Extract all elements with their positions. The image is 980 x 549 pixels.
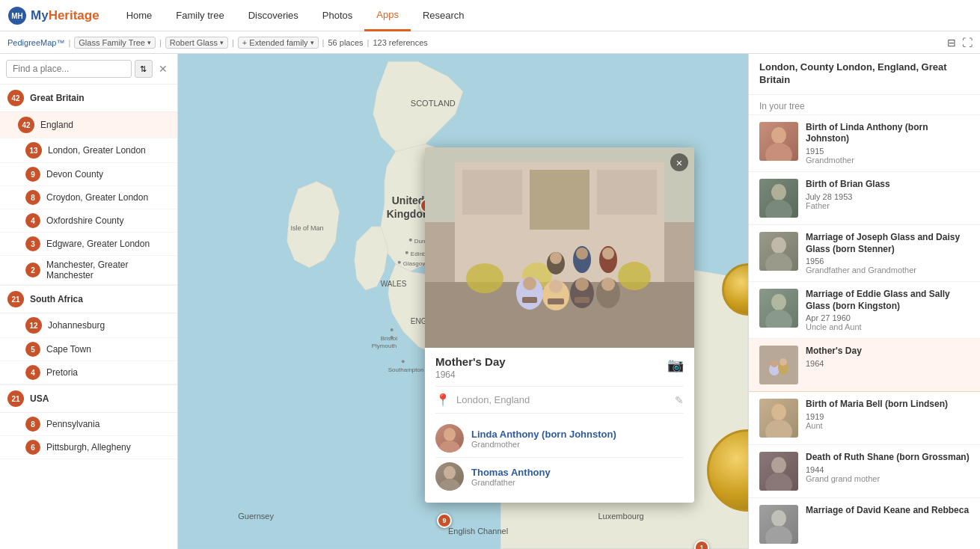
- badge-pretoria: 4: [25, 365, 40, 380]
- region-label-edgware: Edgware, Greater London: [46, 239, 150, 249]
- breadcrumb-sep1: |: [68, 38, 70, 47]
- svg-point-93: [765, 420, 792, 438]
- svg-point-76: [439, 441, 460, 453]
- region-group-usa[interactable]: 21 USA: [0, 384, 177, 413]
- region-group-great-britain[interactable]: 42 Great Britain: [0, 85, 177, 112]
- popup-location-text: London, England: [456, 394, 669, 405]
- nav-photos[interactable]: Photos: [310, 0, 364, 31]
- sidebar-search-bar: ⇅ ✕: [0, 54, 177, 85]
- event-thumb-joseph: [759, 232, 798, 271]
- right-panel: London, County London, England, Great Br…: [748, 54, 980, 549]
- main-area: ⇅ ✕ 42 Great Britain 42 England 13 Londo…: [0, 54, 980, 549]
- svg-text:Isle of Man: Isle of Man: [290, 224, 323, 232]
- nav-family-tree[interactable]: Family tree: [164, 0, 236, 31]
- svg-point-94: [771, 457, 786, 473]
- svg-point-44: [391, 336, 393, 339]
- region-label-england: England: [40, 120, 73, 130]
- sidebar-item-cape-town[interactable]: 5 Cape Town: [0, 338, 177, 361]
- breadcrumb-extended[interactable]: + Extended family ▾: [238, 37, 319, 49]
- event-date-maria: 1919: [806, 412, 970, 421]
- nav-home[interactable]: Home: [114, 0, 165, 31]
- nav-discoveries[interactable]: Discoveries: [236, 0, 310, 31]
- person-row-thomas[interactable]: Thomas Anthony Grandfather: [435, 457, 684, 495]
- event-item-brian-birth[interactable]: Birth of Brian Glass July 28 1953 Father: [749, 172, 980, 225]
- sidebar-item-pittsburgh[interactable]: 6 Pittsburgh, Allegheny: [0, 436, 177, 459]
- edit-location-icon[interactable]: ✎: [675, 394, 684, 406]
- sidebar-item-manchester[interactable]: 2 Manchester, Greater Manchester: [0, 256, 177, 285]
- event-title-brian: Birth of Brian Glass: [806, 179, 970, 191]
- breadcrumb-glass-tree[interactable]: Glass Family Tree ▾: [74, 37, 156, 49]
- logo[interactable]: MH MyHeritage: [7, 6, 99, 25]
- region-label-oxford: Oxfordshire County: [46, 215, 123, 226]
- popup-close-button[interactable]: ×: [670, 153, 688, 171]
- svg-text:Southampton: Southampton: [388, 366, 424, 373]
- sidebar-item-devon[interactable]: 9 Devon County: [0, 163, 177, 186]
- sidebar-item-pretoria[interactable]: 4 Pretoria: [0, 361, 177, 384]
- svg-point-86: [765, 310, 792, 328]
- svg-text:Bristol: Bristol: [381, 335, 397, 342]
- swap-view-button[interactable]: ⇅: [135, 60, 153, 78]
- badge-johannesburg: 12: [25, 317, 42, 334]
- event-item-linda-birth[interactable]: Birth of Linda Anthony (born Johnston) 1…: [749, 115, 980, 172]
- svg-point-63: [602, 248, 614, 260]
- event-item-david-marriage[interactable]: Marriage of David Keane and Rebbeca: [749, 498, 980, 549]
- event-item-eddie-marriage[interactable]: Marriage of Eddie Glass and Sally Glass …: [749, 282, 980, 339]
- breadcrumb-bar: PedigreeMap™ | Glass Family Tree ▾ | Rob…: [0, 31, 980, 54]
- badge-devon: 9: [25, 167, 40, 182]
- region-label-south-africa: South Africa: [30, 294, 83, 304]
- region-group-south-africa[interactable]: 21 South Africa: [0, 285, 177, 313]
- clear-search-button[interactable]: ✕: [156, 61, 172, 77]
- sidebar-item-england[interactable]: 42 England: [0, 112, 177, 138]
- event-info-linda: Birth of Linda Anthony (born Johnston) 1…: [806, 122, 970, 165]
- event-item-maria-birth[interactable]: Birth of Maria Bell (born Lindsen) 1919 …: [749, 392, 980, 445]
- breadcrumb-robert[interactable]: Robert Glass ▾: [165, 37, 228, 49]
- event-thumb-mothers: [759, 346, 798, 384]
- nav-research[interactable]: Research: [411, 0, 477, 31]
- nav-apps[interactable]: Apps: [364, 0, 411, 31]
- expand-icon[interactable]: ⛶: [962, 37, 973, 49]
- logo-text: MyHeritage: [31, 8, 99, 23]
- region-label-devon: Devon County: [46, 169, 103, 180]
- sidebar-item-croydon[interactable]: 8 Croydon, Greater London: [0, 186, 177, 209]
- svg-point-40: [391, 328, 393, 331]
- avatar-linda: [435, 424, 464, 453]
- event-item-ruth-death[interactable]: Death of Ruth Shane (born Grossman) 1944…: [749, 445, 980, 498]
- coin-decoration-mid: [722, 263, 748, 316]
- sidebar-item-oxford[interactable]: 4 Oxfordshire County: [0, 209, 177, 233]
- event-title-mothers: Mother's Day: [806, 346, 970, 358]
- sidebar-item-london[interactable]: 13 London, Greater London: [0, 138, 177, 163]
- person-name-thomas: Thomas Anthony: [471, 467, 551, 478]
- badge-pennsylvania: 8: [25, 417, 40, 432]
- breadcrumb-sep5: |: [367, 38, 370, 47]
- event-thumb-ruth: [759, 452, 798, 491]
- event-role-ruth: Grand grand mother: [806, 474, 970, 483]
- svg-point-18: [405, 251, 408, 254]
- breadcrumb-pedigreemap[interactable]: PedigreeMap™: [7, 38, 64, 47]
- map-marker-9b[interactable]: 9: [437, 513, 452, 528]
- search-input[interactable]: [6, 60, 132, 78]
- event-info-david: Marriage of David Keane and Rebbeca: [806, 505, 970, 518]
- svg-text:SCOTLAND: SCOTLAND: [411, 99, 456, 108]
- svg-point-84: [765, 253, 792, 271]
- event-item-joseph-marriage[interactable]: Marriage of Joseph Glass and Daisy Glass…: [749, 225, 980, 282]
- map-container[interactable]: SCOTLAND United Kingdom WALES ENGLAND Is…: [178, 54, 748, 549]
- camera-icon[interactable]: 📷: [667, 357, 684, 373]
- person-info-thomas: Thomas Anthony Grandfather: [471, 467, 551, 487]
- event-thumb-brian: [759, 179, 798, 218]
- svg-point-91: [780, 358, 787, 366]
- filter-icon[interactable]: ⊟: [947, 37, 956, 49]
- person-role-linda: Grandmother: [471, 440, 616, 449]
- sidebar-item-johannesburg[interactable]: 12 Johannesburg: [0, 313, 177, 338]
- person-row-linda[interactable]: Linda Anthony (born Johnston) Grandmothe…: [435, 420, 684, 457]
- event-info-maria: Birth of Maria Bell (born Lindsen) 1919 …: [806, 399, 970, 430]
- region-label-usa: USA: [30, 393, 49, 404]
- event-title-eddie: Marriage of Eddie Glass and Sally Glass …: [806, 289, 970, 312]
- event-item-mothers-day[interactable]: Mother's Day 1964: [749, 339, 980, 392]
- sidebar-item-edgware[interactable]: 3 Edgware, Greater London: [0, 233, 177, 256]
- popup-title: Mother's Day: [435, 355, 506, 368]
- sidebar-item-pennsylvania[interactable]: 8 Pennsylvania: [0, 413, 177, 436]
- event-title-maria: Birth of Maria Bell (born Lindsen): [806, 399, 970, 411]
- badge-oxford: 4: [25, 213, 40, 228]
- breadcrumb-places: 56 places: [328, 38, 363, 47]
- event-info-joseph: Marriage of Joseph Glass and Daisy Glass…: [806, 232, 970, 274]
